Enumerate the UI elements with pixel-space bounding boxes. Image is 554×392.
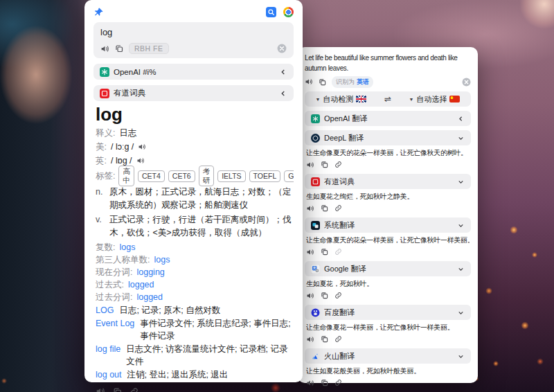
service-header[interactable]: 系统翻译 — [305, 217, 471, 233]
link-icon[interactable] — [334, 204, 342, 212]
service-youdao-dict: 有道词典 生如夏花之绚烂，死如秋叶之静美。 — [305, 174, 471, 213]
service-header[interactable]: 火山翻译 — [305, 348, 471, 364]
speaker-icon[interactable] — [306, 161, 314, 169]
deepl-icon — [311, 134, 320, 143]
phrase-entry: log file日志文件; 访客流量统计文件; 记录档; 记录文件 — [96, 343, 292, 368]
copy-icon[interactable] — [319, 78, 326, 86]
speaker-icon[interactable] — [306, 335, 314, 344]
chevron-left-icon[interactable] — [279, 68, 287, 76]
word-form-link[interactable]: logging — [136, 266, 164, 278]
chevron-down-icon[interactable] — [457, 134, 465, 142]
chevron-left-icon[interactable] — [457, 115, 465, 123]
link-icon[interactable] — [334, 335, 342, 343]
service-header[interactable]: 有道词典 — [305, 174, 471, 189]
translation-result: 生如夏花之绚烂，死如秋叶之静美。 — [306, 191, 470, 202]
pin-icon[interactable] — [93, 7, 104, 17]
translation-result: 生如夏花，死如秋叶。 — [306, 278, 470, 289]
service-header[interactable]: 百度翻译 — [305, 305, 471, 320]
volcano-translate-icon — [311, 352, 320, 361]
copy-icon[interactable] — [321, 335, 328, 343]
tags-label: 标签: — [96, 170, 115, 182]
word-form-link[interactable]: logged — [136, 291, 163, 303]
section-openai[interactable]: OpenAI #i% — [93, 64, 294, 80]
headword: log — [96, 104, 292, 125]
window-toolbar — [93, 4, 294, 19]
speaker-icon[interactable] — [306, 204, 314, 213]
service-header[interactable]: OpenAI 翻译 — [305, 111, 471, 126]
link-icon — [334, 248, 342, 256]
youdao-icon — [100, 89, 109, 98]
phrase-entry: LOG日志; 记录; 原木; 自然对数 — [96, 304, 292, 317]
link-icon[interactable] — [129, 387, 138, 392]
service-volcano-translate: 火山翻译 让生如夏花般美丽，死如秋叶般美丽。 — [305, 348, 471, 388]
app-icon[interactable] — [266, 7, 276, 17]
link-icon[interactable] — [334, 379, 342, 386]
exam-tag: CET6 — [168, 170, 195, 182]
chevron-left-icon[interactable] — [279, 89, 287, 98]
copy-icon[interactable] — [321, 248, 328, 256]
word-form: 第三人称单数:logs — [96, 253, 292, 266]
speaker-icon[interactable] — [136, 157, 145, 165]
word-form-link[interactable]: logs — [154, 253, 170, 266]
youdao-icon — [311, 177, 320, 186]
source-language-select[interactable]: ▼自动检测 — [305, 94, 377, 105]
language-bar: ▼自动检测 ⇌ ▼自动选择 — [305, 91, 471, 107]
phrase-link[interactable]: log out — [96, 368, 122, 381]
swap-languages-icon[interactable]: ⇌ — [377, 94, 398, 104]
chevron-down-icon[interactable] — [457, 353, 465, 360]
dictionary-window: log RBH FE OpenAI #i% 有道词典 log 释义:日志 美:/… — [84, 0, 303, 382]
service-system-translate: 系统翻译 让生命像夏天的花朵一样美丽，让死亡像秋叶一样美丽。 — [305, 217, 471, 257]
chrome-icon[interactable] — [283, 7, 294, 17]
speaker-icon[interactable] — [138, 143, 146, 151]
link-icon[interactable] — [334, 292, 342, 299]
close-icon[interactable] — [462, 78, 471, 87]
copy-icon[interactable] — [321, 292, 328, 299]
close-icon[interactable] — [277, 44, 287, 53]
translation-result: 让生命像夏天的花朵一样美丽，让死亡像秋天的树叶。 — [306, 148, 470, 158]
detected-language-badge[interactable]: 识别为英语 — [332, 76, 373, 88]
chevron-down-icon[interactable] — [457, 309, 465, 317]
speaker-icon[interactable] — [305, 78, 313, 86]
speaker-icon[interactable] — [96, 386, 105, 392]
section-youdao[interactable]: 有道词典 — [93, 85, 294, 101]
phrase-link[interactable]: Event Log — [96, 317, 134, 342]
chevron-down-icon[interactable] — [457, 178, 465, 186]
service-openai-translate: OpenAI 翻译 — [305, 111, 471, 126]
word-form: 复数:logs — [96, 241, 292, 253]
word-form-link[interactable]: logs — [119, 241, 135, 253]
openai-icon — [100, 67, 109, 77]
service-header[interactable]: Google 翻译 — [305, 261, 471, 276]
exam-tag: 考研 — [199, 166, 215, 186]
speaker-icon[interactable] — [100, 44, 109, 53]
exam-tags: 标签: 高中 CET4 CET6 考研 IELTS TOEFL GRE — [96, 168, 292, 184]
copy-icon[interactable] — [321, 379, 328, 386]
word-form: 过去分词:logged — [96, 291, 292, 303]
exam-tag: TOEFL — [249, 170, 281, 182]
service-baidu-translate: 百度翻译 让生命像夏花一样美丽，让死亡像秋叶一样美丽。 — [305, 305, 471, 344]
chevron-down-icon[interactable] — [457, 265, 465, 273]
phrase-link[interactable]: LOG — [96, 304, 114, 317]
phrase-link[interactable]: log file — [96, 343, 120, 368]
translation-result: 让生命像夏花一样美丽，让死亡像秋叶一样美丽。 — [306, 322, 470, 332]
link-icon[interactable] — [334, 161, 342, 168]
speaker-icon[interactable] — [306, 379, 314, 387]
target-language-select[interactable]: ▼自动选择 — [398, 94, 471, 105]
word-form-link[interactable]: logged — [128, 278, 154, 291]
copy-icon[interactable] — [113, 387, 122, 392]
uk-label: 英: — [96, 154, 107, 168]
query-text[interactable]: log — [100, 27, 287, 37]
service-deepl-translate: DeepL 翻译 让生命像夏天的花朵一样美丽，让死亡像秋天的树叶。 — [305, 130, 471, 170]
service-header[interactable]: DeepL 翻译 — [305, 130, 471, 145]
search-input[interactable]: log RBH FE — [93, 22, 294, 58]
definition-noun: n.原木，圆材；正式记录，航海日志；对数；（定期或系统的）观察记录；船舶测速仪 — [96, 186, 292, 212]
copy-icon[interactable] — [321, 204, 328, 212]
dictionary-actions — [96, 384, 292, 392]
phrase-entry: Event Log事件记录文件; 系统日志纪录; 事件日志; 事件记录 — [96, 317, 292, 342]
chevron-down-icon[interactable] — [457, 222, 465, 229]
speaker-icon[interactable] — [306, 292, 314, 300]
copy-icon[interactable] — [115, 44, 123, 53]
openai-icon — [311, 114, 320, 123]
copy-icon[interactable] — [321, 161, 328, 168]
google-translate-icon — [311, 265, 320, 274]
speaker-icon[interactable] — [306, 248, 314, 256]
